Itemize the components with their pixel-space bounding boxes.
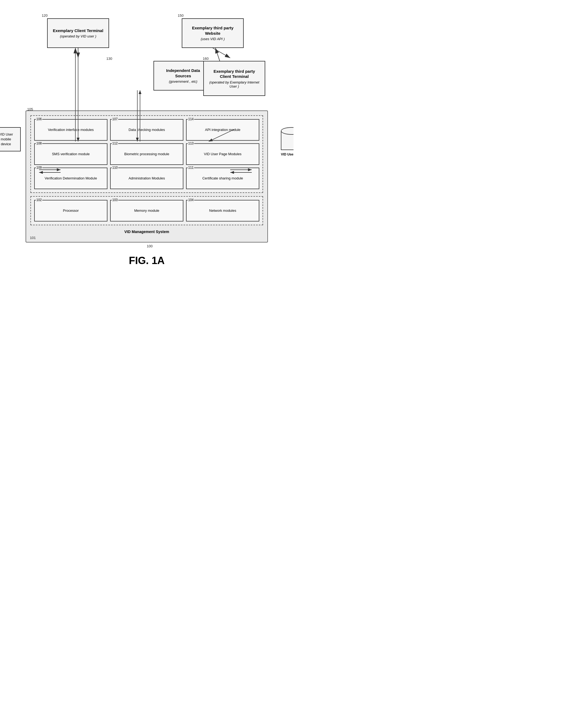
module-110: 110 Administration Modules bbox=[110, 167, 183, 189]
module-label-113: VID User Page Modules bbox=[204, 152, 241, 157]
hw-num-104: 104 bbox=[188, 198, 194, 202]
module-label-111: Certificate sharing module bbox=[202, 176, 243, 181]
hw-num-103: 103 bbox=[112, 198, 118, 202]
vid-data-label: VID User Data bbox=[281, 153, 294, 156]
third-party-website-title: Exemplary third party Website bbox=[187, 25, 238, 36]
module-num-113: 113 bbox=[188, 141, 194, 145]
module-num-111: 111 bbox=[188, 165, 194, 170]
third-party-website-subtitle: (uses VID API ) bbox=[187, 37, 238, 41]
module-112: 112 Biometric processing module bbox=[110, 143, 183, 165]
label-100: 100 bbox=[147, 244, 153, 248]
module-num-108: 108 bbox=[36, 141, 42, 145]
module-label-109: Verification Determination Module bbox=[45, 176, 97, 181]
label-101: 101 bbox=[30, 236, 36, 240]
module-num-110: 110 bbox=[112, 165, 118, 170]
hw-label-104: Network modules bbox=[209, 208, 236, 213]
module-num-106: 106 bbox=[36, 117, 42, 121]
third-party-client-subtitle: (operated by Exemplary Internet User ) bbox=[209, 80, 260, 88]
label-120: 120 bbox=[42, 14, 48, 18]
third-party-client-title: Exemplary third party Client Terminal bbox=[209, 69, 260, 79]
module-111: 111 Certificate sharing module bbox=[186, 167, 259, 189]
vid-mobile-text: VID Usermobiledevice bbox=[0, 132, 13, 147]
third-party-website-box: Exemplary third party Website (uses VID … bbox=[182, 18, 244, 48]
label-105: 105 bbox=[27, 107, 33, 111]
independent-data-title: Independent Data Sources bbox=[159, 68, 207, 78]
vid-mobile-container: 140 VID Usermobiledevice bbox=[0, 127, 21, 152]
hw-102: 102 Processor bbox=[34, 200, 108, 222]
label-150: 150 bbox=[178, 14, 184, 18]
client-terminal-subtitle: (operated by VID user ) bbox=[52, 34, 104, 38]
hw-label-102: Processor bbox=[63, 208, 79, 213]
module-108: 108 SMS verification module bbox=[34, 143, 108, 165]
module-num-112: 112 bbox=[112, 141, 118, 145]
client-terminal-title: Exemplary Client Terminal bbox=[52, 28, 104, 33]
module-num-107: 107 bbox=[112, 117, 118, 121]
module-107: 107 Data checking modules bbox=[110, 119, 183, 141]
module-label-110: Administration Modules bbox=[128, 176, 165, 181]
software-modules-outer: 106 Verification interface modules 107 D… bbox=[30, 115, 263, 193]
hw-grid: 102 Processor 103 Memory module 104 Netw… bbox=[34, 200, 259, 222]
vid-mobile-box: VID Usermobiledevice bbox=[0, 127, 21, 152]
client-terminal-box: Exemplary Client Terminal (operated by V… bbox=[47, 18, 109, 48]
independent-data-subtitle: (government , etc) bbox=[159, 79, 207, 84]
module-label-107: Data checking modules bbox=[128, 128, 165, 132]
cylinder-shape bbox=[281, 127, 294, 152]
hw-label-103: Memory module bbox=[134, 208, 159, 213]
hw-modules-outer: 102 Processor 103 Memory module 104 Netw… bbox=[30, 196, 263, 225]
hw-103: 103 Memory module bbox=[110, 200, 183, 222]
vid-data-container: 170 VID User Data bbox=[281, 127, 294, 156]
modules-grid: 106 Verification interface modules 107 D… bbox=[34, 119, 259, 189]
module-num-109: 109 bbox=[36, 165, 42, 170]
hw-num-102: 102 bbox=[36, 198, 42, 202]
label-130: 130 bbox=[107, 56, 112, 61]
module-109: 109 Verification Determination Module bbox=[34, 167, 108, 189]
fig-title: FIG. 1A bbox=[129, 255, 165, 267]
module-113: 113 VID User Page Modules bbox=[186, 143, 259, 165]
hw-104: 104 Network modules bbox=[186, 200, 259, 222]
module-label-106: Verification interface modules bbox=[48, 128, 94, 132]
system-label: VID Management System bbox=[124, 230, 169, 234]
label-160: 160 bbox=[203, 56, 209, 61]
module-label-108: SMS verification module bbox=[52, 152, 90, 157]
third-party-client-box: Exemplary third party Client Terminal (o… bbox=[203, 61, 265, 96]
module-label-114: API integration module bbox=[205, 128, 240, 132]
module-label-112: Biometric processing module bbox=[124, 152, 169, 157]
main-system-container: 105 140 VID Usermobiledevice 170 VID Use… bbox=[26, 111, 268, 243]
vid-data-cylinder-group: VID User Data bbox=[281, 127, 294, 156]
system-label-row: 101 VID Management System bbox=[30, 227, 263, 234]
module-114: 114 API integration module bbox=[186, 119, 259, 141]
module-num-114: 114 bbox=[188, 117, 194, 121]
module-106: 106 Verification interface modules bbox=[34, 119, 108, 141]
